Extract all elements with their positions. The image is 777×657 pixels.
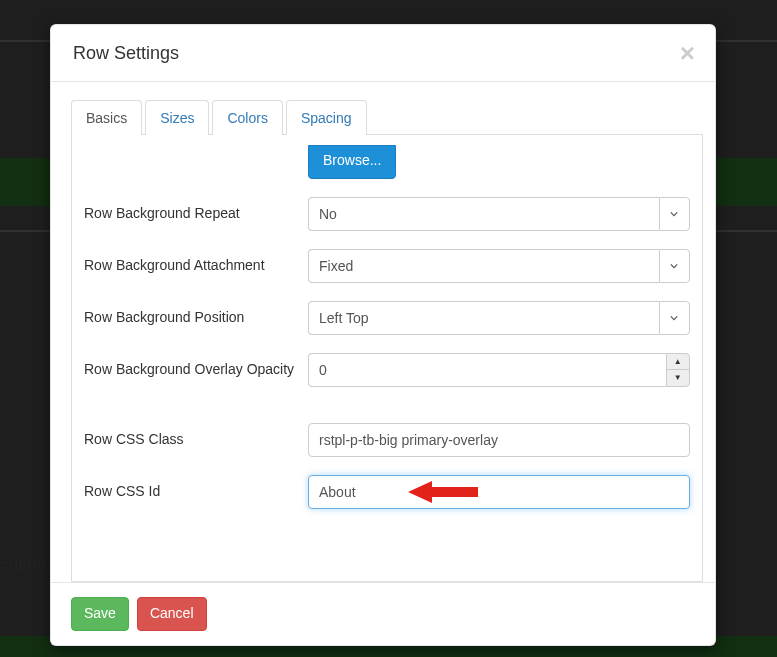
label-browse (84, 145, 308, 152)
tab-sizes[interactable]: Sizes (145, 100, 209, 135)
label-bg-attachment: Row Background Attachment (84, 249, 308, 275)
row-settings-modal: Row Settings × Basics Sizes Colors Spaci… (50, 24, 716, 646)
label-bg-position: Row Background Position (84, 301, 308, 327)
tab-bar: Basics Sizes Colors Spacing (71, 100, 703, 135)
tab-basics[interactable]: Basics (71, 100, 142, 135)
modal-footer: Save Cancel (51, 582, 715, 645)
select-bg-repeat-input[interactable] (308, 197, 659, 231)
spinner-buttons: ▲ ▼ (666, 353, 690, 387)
spinner-up-button[interactable]: ▲ (667, 354, 689, 371)
tab-content-container: Browse... Row Background Repeat (71, 134, 703, 582)
caret-down-icon (670, 314, 678, 322)
modal-body: Basics Sizes Colors Spacing Browse... (51, 82, 715, 582)
cancel-button[interactable]: Cancel (137, 597, 207, 631)
select-bg-attachment-input[interactable] (308, 249, 659, 283)
input-css-id[interactable] (308, 475, 690, 509)
caret-down-icon (670, 262, 678, 270)
spinner-overlay-opacity[interactable]: ▲ ▼ (308, 353, 690, 387)
tab-spacing[interactable]: Spacing (286, 100, 367, 135)
caret-down-icon (670, 210, 678, 218)
modal-header: Row Settings × (51, 25, 715, 82)
select-bg-position[interactable] (308, 301, 690, 335)
input-css-class[interactable] (308, 423, 690, 457)
select-bg-repeat-toggle[interactable] (659, 197, 690, 231)
label-bg-repeat: Row Background Repeat (84, 197, 308, 223)
label-css-id: Row CSS Id (84, 475, 308, 501)
save-button[interactable]: Save (71, 597, 129, 631)
label-overlay-opacity: Row Background Overlay Opacity (84, 353, 308, 379)
browse-button[interactable]: Browse... (308, 145, 396, 179)
select-bg-position-input[interactable] (308, 301, 659, 335)
close-button[interactable]: × (680, 40, 695, 66)
modal-title: Row Settings (73, 43, 179, 64)
select-bg-attachment-toggle[interactable] (659, 249, 690, 283)
label-css-class: Row CSS Class (84, 423, 308, 449)
background-cropped-text: criptio (0, 555, 46, 572)
spinner-down-button[interactable]: ▼ (667, 370, 689, 386)
select-bg-attachment[interactable] (308, 249, 690, 283)
spinner-overlay-opacity-input[interactable] (308, 353, 666, 387)
close-icon: × (680, 38, 695, 68)
tab-pane-basics[interactable]: Browse... Row Background Repeat (72, 135, 702, 581)
select-bg-position-toggle[interactable] (659, 301, 690, 335)
select-bg-repeat[interactable] (308, 197, 690, 231)
tab-colors[interactable]: Colors (212, 100, 282, 135)
